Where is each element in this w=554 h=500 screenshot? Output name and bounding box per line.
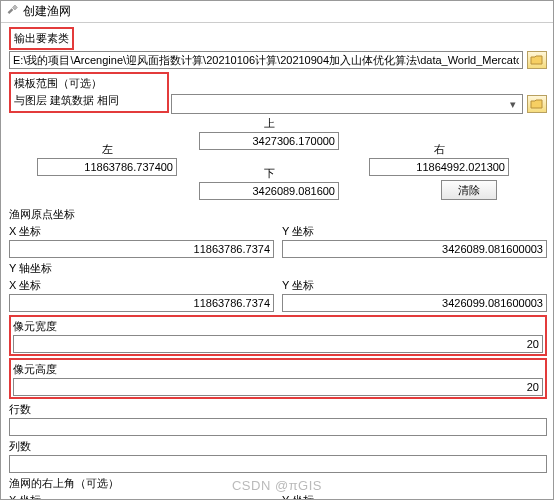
template-extent-dropdown[interactable]: ▾ (171, 94, 523, 114)
yaxis-x-label: X 坐标 (9, 278, 274, 293)
yaxis-y-input[interactable] (282, 294, 547, 312)
template-extent-value: 与图层 建筑数据 相同 (14, 93, 164, 108)
extent-right-input[interactable] (369, 158, 509, 176)
origin-y-label: Y 坐标 (282, 224, 547, 239)
output-fc-input[interactable] (9, 51, 523, 69)
opp-x-label: X 坐标 (9, 493, 274, 500)
clear-extent-button[interactable]: 清除 (441, 180, 497, 200)
opp-corner-label: 渔网的右上角（可选） (9, 476, 547, 491)
hammer-icon (5, 5, 19, 19)
chevron-down-icon: ▾ (506, 97, 520, 111)
origin-x-label: X 坐标 (9, 224, 274, 239)
origin-x-input[interactable] (9, 240, 274, 258)
cell-height-label: 像元高度 (13, 362, 543, 377)
template-extent-label: 模板范围（可选） (14, 76, 164, 91)
extent-up-input[interactable] (199, 132, 339, 150)
rows-label: 行数 (9, 402, 547, 417)
extent-down-label: 下 (264, 166, 275, 181)
cell-width-input[interactable] (13, 335, 543, 353)
browse-extent-button[interactable] (527, 95, 547, 113)
window-titlebar: 创建渔网 (1, 1, 553, 23)
opp-y-label: Y 坐标 (282, 493, 547, 500)
extent-left-label: 左 (102, 142, 113, 157)
window-title: 创建渔网 (23, 3, 71, 20)
output-fc-label-highlight: 输出要素类 (9, 27, 74, 50)
extent-right-label: 右 (434, 142, 445, 157)
origin-y-input[interactable] (282, 240, 547, 258)
browse-output-button[interactable] (527, 51, 547, 69)
extent-down-input[interactable] (199, 182, 339, 200)
yaxis-label: Y 轴坐标 (9, 261, 547, 276)
rows-input[interactable] (9, 418, 547, 436)
extent-grid: 上 左 右 下 清除 (9, 116, 547, 204)
cell-height-input[interactable] (13, 378, 543, 396)
cell-height-highlight: 像元高度 (9, 358, 547, 399)
cols-input[interactable] (9, 455, 547, 473)
origin-label: 渔网原点坐标 (9, 207, 547, 222)
cols-label: 列数 (9, 439, 547, 454)
cell-width-highlight: 像元宽度 (9, 315, 547, 356)
yaxis-y-label: Y 坐标 (282, 278, 547, 293)
yaxis-x-input[interactable] (9, 294, 274, 312)
output-fc-label: 输出要素类 (14, 32, 69, 44)
cell-width-label: 像元宽度 (13, 319, 543, 334)
extent-up-label: 上 (264, 116, 275, 131)
template-extent-highlight: 模板范围（可选） 与图层 建筑数据 相同 (9, 72, 169, 113)
extent-left-input[interactable] (37, 158, 177, 176)
